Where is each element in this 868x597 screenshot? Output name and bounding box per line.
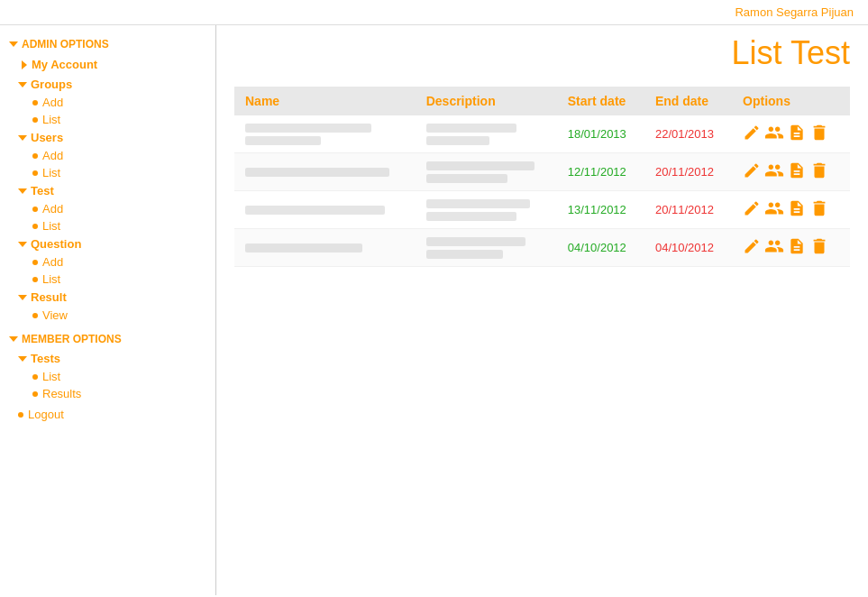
edit-icon[interactable]: [743, 199, 761, 220]
cell-options: [732, 191, 850, 229]
cell-name: [234, 115, 416, 153]
document-icon[interactable]: [788, 124, 806, 144]
triangle-down-icon: [18, 242, 27, 247]
bullet-icon: [18, 412, 23, 418]
bullet-icon: [32, 277, 38, 282]
col-end-date: End date: [644, 87, 732, 115]
sidebar-item-groups-add[interactable]: Add: [0, 94, 215, 111]
cell-name: [234, 153, 416, 191]
edit-icon[interactable]: [743, 161, 761, 182]
sidebar: ADMIN OPTIONS My Account Groups Add List…: [0, 25, 216, 595]
bullet-icon: [32, 313, 38, 318]
delete-icon[interactable]: [809, 198, 829, 221]
triangle-down-icon: [18, 356, 27, 362]
document-icon[interactable]: [788, 237, 806, 258]
sidebar-item-member-tests-list[interactable]: List: [0, 368, 215, 385]
cell-name: [234, 229, 416, 267]
bullet-icon: [32, 207, 38, 212]
document-icon[interactable]: [788, 199, 806, 220]
triangle-down-icon: [18, 188, 27, 194]
member-options-header[interactable]: MEMBER OPTIONS: [0, 329, 215, 349]
cell-description: [416, 115, 557, 153]
triangle-down-icon: [18, 135, 27, 141]
admin-options-header[interactable]: ADMIN OPTIONS: [0, 34, 215, 54]
cell-end-date: 04/10/2012: [644, 229, 732, 267]
sidebar-item-member-tests[interactable]: Tests: [0, 349, 215, 368]
cell-start-date: 18/01/2013: [557, 115, 644, 153]
page-title: List Test: [234, 34, 850, 72]
delete-icon[interactable]: [809, 161, 829, 183]
cell-end-date: 20/11/2012: [644, 191, 732, 229]
cell-start-date: 04/10/2012: [557, 229, 644, 267]
bullet-icon: [32, 391, 38, 397]
triangle-down-icon: [18, 82, 27, 87]
user-link[interactable]: Ramon Segarra Pijuan: [735, 5, 854, 19]
sidebar-item-question-list[interactable]: List: [0, 271, 215, 288]
bullet-icon: [32, 224, 38, 229]
cell-name: [234, 191, 416, 229]
sidebar-item-logout[interactable]: Logout: [0, 406, 215, 423]
cell-options: [732, 153, 850, 191]
sidebar-item-groups-list[interactable]: List: [0, 111, 215, 128]
bullet-icon: [32, 170, 38, 176]
test-list-table: Name Description Start date End date Opt…: [234, 87, 850, 267]
cell-description: [416, 153, 557, 191]
sidebar-item-result-view[interactable]: View: [0, 307, 215, 324]
sidebar-item-users-list[interactable]: List: [0, 164, 215, 181]
users-icon[interactable]: [764, 198, 784, 221]
table-row: 13/11/201220/11/2012: [234, 191, 850, 229]
cell-description: [416, 191, 557, 229]
sidebar-item-question[interactable]: Question: [0, 234, 215, 253]
triangle-down-icon: [9, 41, 18, 47]
sidebar-item-result[interactable]: Result: [0, 288, 215, 307]
sidebar-item-test-add[interactable]: Add: [0, 200, 215, 217]
cell-description: [416, 229, 557, 267]
sidebar-item-users-add[interactable]: Add: [0, 147, 215, 164]
triangle-down-icon: [18, 295, 27, 300]
delete-icon[interactable]: [809, 123, 829, 145]
top-bar: Ramon Segarra Pijuan: [0, 0, 868, 25]
sidebar-item-test[interactable]: Test: [0, 181, 215, 200]
cell-options: [732, 115, 850, 153]
cell-options: [732, 229, 850, 267]
sidebar-item-my-account[interactable]: My Account: [0, 54, 215, 75]
sidebar-item-groups[interactable]: Groups: [0, 75, 215, 94]
col-start-date: Start date: [557, 87, 644, 115]
sidebar-item-question-add[interactable]: Add: [0, 253, 215, 271]
users-icon[interactable]: [764, 161, 784, 183]
users-icon[interactable]: [764, 123, 784, 145]
col-options: Options: [732, 87, 850, 115]
sidebar-item-member-tests-results[interactable]: Results: [0, 385, 215, 402]
col-name: Name: [234, 87, 416, 115]
edit-icon[interactable]: [743, 124, 761, 144]
cell-end-date: 22/01/2013: [644, 115, 732, 153]
cell-start-date: 13/11/2012: [557, 191, 644, 229]
bullet-icon: [32, 100, 38, 106]
sidebar-item-test-list[interactable]: List: [0, 217, 215, 234]
users-icon[interactable]: [764, 236, 784, 259]
bullet-icon: [32, 374, 38, 380]
bullet-icon: [32, 117, 38, 123]
table-row: 12/11/201220/11/2012: [234, 153, 850, 191]
col-description: Description: [416, 87, 557, 115]
bullet-icon: [32, 260, 38, 265]
delete-icon[interactable]: [809, 236, 829, 259]
edit-icon[interactable]: [743, 237, 761, 258]
triangle-down-icon: [9, 336, 18, 342]
table-row: 04/10/201204/10/2012: [234, 229, 850, 267]
table-row: 18/01/201322/01/2013: [234, 115, 850, 153]
document-icon[interactable]: [788, 161, 806, 182]
cell-end-date: 20/11/2012: [644, 153, 732, 191]
triangle-right-icon: [22, 60, 27, 69]
main-content: List Test Name Description Start date En…: [216, 25, 868, 595]
sidebar-item-users[interactable]: Users: [0, 128, 215, 147]
cell-start-date: 12/11/2012: [557, 153, 644, 191]
bullet-icon: [32, 153, 38, 159]
